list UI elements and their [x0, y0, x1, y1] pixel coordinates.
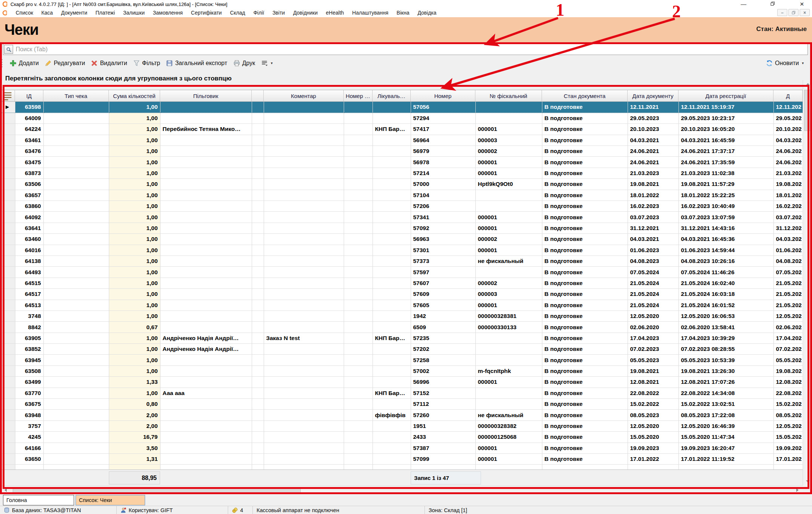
row-selector[interactable]: [0, 113, 15, 123]
menu-item-12[interactable]: eHealth: [322, 9, 348, 16]
row-selector[interactable]: ►: [0, 102, 15, 113]
table-row[interactable]: 637701,00Ааа аааКНП Бар…57152В подготовк…: [0, 388, 803, 398]
row-selector[interactable]: [0, 179, 15, 190]
menu-item-1[interactable]: Список: [12, 9, 37, 16]
column-header-10[interactable]: № фіскальний: [475, 90, 542, 101]
table-row[interactable]: 645171,0057609000003В подготовке21.05.20…: [0, 289, 803, 300]
mdi-minimize-icon[interactable]: –: [777, 9, 787, 16]
table-row[interactable]: 636571,0057104В подготовке18.01.202218.0…: [0, 190, 803, 201]
table-row[interactable]: 639451,0057258В подготовке05.05.202305.0…: [0, 355, 803, 365]
menu-item-4[interactable]: Платежі: [91, 9, 119, 16]
tab-1[interactable]: Головна: [3, 495, 74, 505]
menu-item-13[interactable]: Налаштування: [348, 9, 393, 16]
row-selector[interactable]: [0, 190, 15, 201]
row-selector[interactable]: [0, 432, 15, 443]
column-header-1[interactable]: ІД: [15, 90, 43, 101]
column-header-2[interactable]: Тип чека: [43, 90, 109, 101]
row-selector[interactable]: [0, 212, 15, 223]
row-selector[interactable]: [0, 223, 15, 233]
table-row[interactable]: 645151,0057607000002В подготовке21.05.20…: [0, 278, 803, 288]
search-input[interactable]: [15, 46, 807, 53]
edit-button[interactable]: Редагувати: [42, 58, 88, 68]
filter-button[interactable]: Фільтр: [130, 58, 163, 68]
row-selector[interactable]: [0, 388, 15, 398]
column-header-6[interactable]: Коментар: [264, 90, 344, 101]
table-row[interactable]: 634601,0056963000002В подготовке04.03.20…: [0, 234, 803, 245]
column-header-3[interactable]: Сума кількостей: [109, 90, 160, 101]
row-selector[interactable]: [0, 300, 15, 310]
menu-item-15[interactable]: Довідка: [413, 9, 440, 16]
column-header-5[interactable]: [252, 90, 264, 101]
scroll-left-icon[interactable]: [0, 486, 9, 494]
row-selector[interactable]: [0, 465, 15, 469]
table-row[interactable]: 645131,0057605000001В подготовке21.05.20…: [0, 300, 803, 310]
table-row[interactable]: [0, 465, 803, 469]
row-selector[interactable]: [0, 157, 15, 168]
row-selector[interactable]: [0, 322, 15, 333]
table-row[interactable]: 638731,0057214000001В подготовке21.03.20…: [0, 168, 803, 178]
close-icon[interactable]: ×: [797, 0, 807, 8]
table-row[interactable]: 636411,0057092000001В подготовке31.12.20…: [0, 223, 803, 233]
row-selector[interactable]: [0, 377, 15, 388]
vertical-scrollbar[interactable]: [803, 80, 812, 486]
delete-button[interactable]: Видалити: [88, 58, 130, 68]
table-row[interactable]: 88420,676509000000330133В подготовке02.0…: [0, 322, 803, 333]
mdi-restore-icon[interactable]: [788, 9, 799, 16]
menu-item-14[interactable]: Вікна: [392, 9, 413, 16]
row-selector[interactable]: [0, 267, 15, 278]
table-row[interactable]: 37481,001942000000328381В подготовке12.0…: [0, 310, 803, 321]
row-selector[interactable]: [0, 420, 15, 431]
horizontal-scroll-thumb[interactable]: [13, 487, 301, 493]
row-selector[interactable]: [0, 344, 15, 355]
row-selector[interactable]: [0, 256, 15, 266]
table-row[interactable]: 640091,0057294В подготовке29.05.202329.0…: [0, 113, 803, 123]
scroll-right-icon[interactable]: [794, 486, 803, 494]
toolbar-grip[interactable]: [1, 59, 4, 67]
table-row[interactable]: 640161,0057301000001В подготовке01.06.20…: [0, 245, 803, 256]
refresh-button[interactable]: Оновити ▾: [763, 58, 807, 68]
table-row[interactable]: 636501,3157099000001В подготовке17.01.20…: [0, 454, 803, 465]
menu-item-5[interactable]: Залишки: [119, 9, 148, 16]
table-row[interactable]: 636750,8057112В подготовке15.02.202215.0…: [0, 399, 803, 410]
column-header-11[interactable]: Стан документа: [542, 90, 628, 101]
table-row[interactable]: 424516,792433000000125068В подготовке15.…: [0, 432, 803, 443]
table-row[interactable]: 37572,001951000000328382В подготовке12.0…: [0, 420, 803, 431]
row-selector[interactable]: [0, 245, 15, 256]
row-selector[interactable]: [0, 168, 15, 178]
row-selector[interactable]: [0, 355, 15, 365]
menu-item-6[interactable]: Замовлення: [149, 9, 187, 16]
row-selector-header[interactable]: [0, 90, 15, 101]
columns-button[interactable]: ▾: [258, 58, 276, 68]
table-row[interactable]: 635081,0057002m-fqcnItphkВ подготовке19.…: [0, 365, 803, 376]
tab-2[interactable]: Список: Чеки: [76, 495, 145, 505]
row-selector[interactable]: [0, 201, 15, 212]
column-header-7[interactable]: Номер …: [344, 90, 373, 101]
scroll-up-icon[interactable]: [803, 80, 812, 88]
table-row[interactable]: 644931,0057597В подготовке07.05.202407.0…: [0, 267, 803, 278]
table-row[interactable]: 638521,00Андріченко Надія Андрії…57202В …: [0, 344, 803, 355]
vertical-scroll-thumb[interactable]: [804, 90, 811, 131]
menu-item-8[interactable]: Склад: [226, 9, 249, 16]
search-icon[interactable]: [4, 45, 13, 54]
row-selector[interactable]: [0, 454, 15, 465]
print-button[interactable]: Друк: [230, 58, 258, 68]
column-header-9[interactable]: Номер: [411, 90, 475, 101]
column-header-14[interactable]: Д: [773, 90, 803, 101]
row-selector[interactable]: [0, 365, 15, 376]
row-selector[interactable]: [0, 399, 15, 410]
row-selector[interactable]: [0, 234, 15, 245]
row-selector[interactable]: [0, 278, 15, 288]
table-row[interactable]: 634611,0056964000003В подготовке04.03.20…: [0, 135, 803, 146]
table-row[interactable]: 642241,00Перебийнос Тетяна Мико…КНП Бар……: [0, 124, 803, 135]
row-selector[interactable]: [0, 289, 15, 300]
table-row[interactable]: 639051,00Андріченко Надія Андрії…Заказ N…: [0, 333, 803, 343]
menu-item-7[interactable]: Сертифікати: [187, 9, 226, 16]
row-selector[interactable]: [0, 146, 15, 157]
table-row[interactable]: 640921,0057341000001В подготовке03.07.20…: [0, 212, 803, 223]
minimize-icon[interactable]: —: [739, 0, 748, 8]
row-selector[interactable]: [0, 310, 15, 321]
table-row[interactable]: 634751,0056978000001В подготовке24.06.20…: [0, 157, 803, 168]
table-row[interactable]: 634761,0056979000002В подготовке24.06.20…: [0, 146, 803, 157]
row-selector[interactable]: [0, 443, 15, 453]
menu-item-9[interactable]: Філії: [249, 9, 268, 16]
